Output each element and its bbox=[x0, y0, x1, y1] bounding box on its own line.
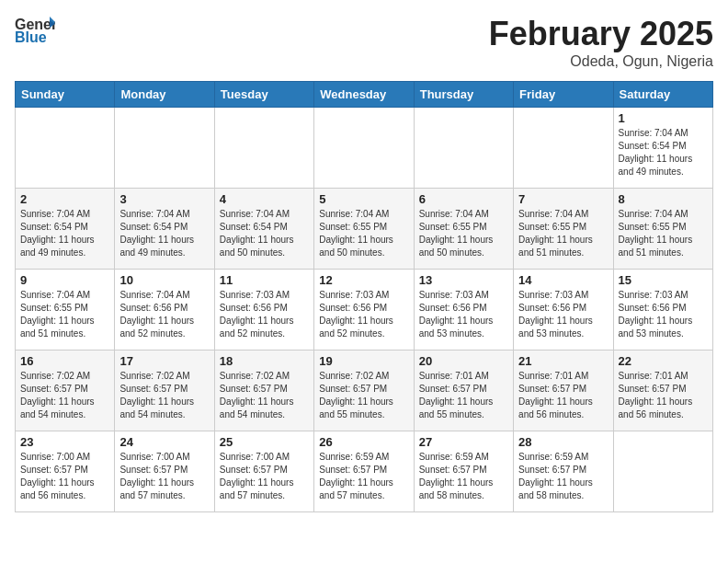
calendar-cell: 12Sunrise: 7:03 AM Sunset: 6:56 PM Dayli… bbox=[314, 270, 414, 350]
day-number: 17 bbox=[119, 354, 209, 368]
calendar-subtitle: Odeda, Ogun, Nigeria bbox=[489, 53, 713, 70]
day-number: 18 bbox=[220, 354, 309, 368]
day-header-saturday: Saturday bbox=[613, 82, 712, 108]
day-number: 23 bbox=[20, 435, 109, 449]
calendar-cell: 14Sunrise: 7:03 AM Sunset: 6:56 PM Dayli… bbox=[514, 270, 613, 350]
day-number: 6 bbox=[419, 192, 508, 206]
title-block: February 2025 Odeda, Ogun, Nigeria bbox=[489, 15, 713, 70]
calendar-cell: 5Sunrise: 7:04 AM Sunset: 6:55 PM Daylig… bbox=[314, 189, 414, 270]
day-number: 8 bbox=[619, 192, 708, 206]
calendar-cell: 21Sunrise: 7:01 AM Sunset: 6:57 PM Dayli… bbox=[514, 350, 613, 431]
calendar-cell: 7Sunrise: 7:04 AM Sunset: 6:55 PM Daylig… bbox=[514, 189, 613, 270]
day-info: Sunrise: 7:04 AM Sunset: 6:55 PM Dayligh… bbox=[619, 208, 708, 259]
day-number: 16 bbox=[20, 354, 109, 368]
day-number: 25 bbox=[220, 435, 309, 449]
calendar-cell: 16Sunrise: 7:02 AM Sunset: 6:57 PM Dayli… bbox=[16, 350, 115, 431]
day-number: 21 bbox=[518, 354, 608, 368]
calendar-cell: 3Sunrise: 7:04 AM Sunset: 6:54 PM Daylig… bbox=[115, 189, 214, 270]
calendar-cell bbox=[16, 108, 115, 189]
day-info: Sunrise: 7:01 AM Sunset: 6:57 PM Dayligh… bbox=[419, 370, 508, 421]
calendar-cell: 23Sunrise: 7:00 AM Sunset: 6:57 PM Dayli… bbox=[16, 431, 115, 512]
day-number: 19 bbox=[319, 354, 408, 368]
calendar-cell: 9Sunrise: 7:04 AM Sunset: 6:55 PM Daylig… bbox=[16, 270, 115, 350]
logo: General Blue bbox=[15, 15, 55, 46]
calendar-cell: 15Sunrise: 7:03 AM Sunset: 6:56 PM Dayli… bbox=[613, 270, 712, 350]
calendar-week-row: 23Sunrise: 7:00 AM Sunset: 6:57 PM Dayli… bbox=[16, 431, 713, 512]
day-info: Sunrise: 7:00 AM Sunset: 6:57 PM Dayligh… bbox=[220, 451, 309, 502]
day-info: Sunrise: 7:04 AM Sunset: 6:56 PM Dayligh… bbox=[119, 289, 209, 340]
day-info: Sunrise: 7:02 AM Sunset: 6:57 PM Dayligh… bbox=[119, 370, 209, 421]
day-number: 5 bbox=[319, 192, 408, 206]
day-info: Sunrise: 7:04 AM Sunset: 6:55 PM Dayligh… bbox=[20, 289, 109, 340]
calendar-cell: 24Sunrise: 7:00 AM Sunset: 6:57 PM Dayli… bbox=[115, 431, 214, 512]
calendar-cell: 20Sunrise: 7:01 AM Sunset: 6:57 PM Dayli… bbox=[414, 350, 513, 431]
day-header-friday: Friday bbox=[514, 82, 613, 108]
day-info: Sunrise: 7:02 AM Sunset: 6:57 PM Dayligh… bbox=[319, 370, 408, 421]
day-info: Sunrise: 7:04 AM Sunset: 6:54 PM Dayligh… bbox=[20, 208, 109, 259]
day-header-wednesday: Wednesday bbox=[314, 82, 414, 108]
day-header-tuesday: Tuesday bbox=[214, 82, 313, 108]
day-info: Sunrise: 6:59 AM Sunset: 6:57 PM Dayligh… bbox=[419, 451, 508, 502]
calendar-cell: 17Sunrise: 7:02 AM Sunset: 6:57 PM Dayli… bbox=[115, 350, 214, 431]
day-number: 10 bbox=[119, 273, 209, 287]
day-number: 22 bbox=[619, 354, 708, 368]
calendar-cell bbox=[514, 108, 613, 189]
calendar-week-row: 1Sunrise: 7:04 AM Sunset: 6:54 PM Daylig… bbox=[16, 108, 713, 189]
calendar-cell: 26Sunrise: 6:59 AM Sunset: 6:57 PM Dayli… bbox=[314, 431, 414, 512]
day-info: Sunrise: 7:04 AM Sunset: 6:55 PM Dayligh… bbox=[518, 208, 608, 259]
day-header-thursday: Thursday bbox=[414, 82, 513, 108]
calendar-cell: 4Sunrise: 7:04 AM Sunset: 6:54 PM Daylig… bbox=[214, 189, 313, 270]
calendar-cell: 10Sunrise: 7:04 AM Sunset: 6:56 PM Dayli… bbox=[115, 270, 214, 350]
day-info: Sunrise: 7:04 AM Sunset: 6:54 PM Dayligh… bbox=[619, 127, 708, 178]
calendar-cell: 27Sunrise: 6:59 AM Sunset: 6:57 PM Dayli… bbox=[414, 431, 513, 512]
calendar-cell bbox=[314, 108, 414, 189]
day-number: 20 bbox=[419, 354, 508, 368]
calendar-cell: 2Sunrise: 7:04 AM Sunset: 6:54 PM Daylig… bbox=[16, 189, 115, 270]
calendar-table: SundayMondayTuesdayWednesdayThursdayFrid… bbox=[15, 81, 713, 512]
day-number: 28 bbox=[518, 435, 608, 449]
svg-text:Blue: Blue bbox=[15, 29, 47, 45]
day-info: Sunrise: 7:01 AM Sunset: 6:57 PM Dayligh… bbox=[518, 370, 608, 421]
day-number: 7 bbox=[518, 192, 608, 206]
day-info: Sunrise: 7:03 AM Sunset: 6:56 PM Dayligh… bbox=[419, 289, 508, 340]
calendar-cell: 25Sunrise: 7:00 AM Sunset: 6:57 PM Dayli… bbox=[214, 431, 313, 512]
calendar-cell: 19Sunrise: 7:02 AM Sunset: 6:57 PM Dayli… bbox=[314, 350, 414, 431]
calendar-cell bbox=[214, 108, 313, 189]
day-info: Sunrise: 7:01 AM Sunset: 6:57 PM Dayligh… bbox=[619, 370, 708, 421]
day-header-monday: Monday bbox=[115, 82, 214, 108]
day-info: Sunrise: 7:04 AM Sunset: 6:55 PM Dayligh… bbox=[319, 208, 408, 259]
calendar-cell: 18Sunrise: 7:02 AM Sunset: 6:57 PM Dayli… bbox=[214, 350, 313, 431]
day-number: 13 bbox=[419, 273, 508, 287]
page-header: General Blue February 2025 Odeda, Ogun, … bbox=[15, 15, 713, 70]
day-number: 4 bbox=[220, 192, 309, 206]
calendar-week-row: 9Sunrise: 7:04 AM Sunset: 6:55 PM Daylig… bbox=[16, 270, 713, 350]
calendar-cell: 11Sunrise: 7:03 AM Sunset: 6:56 PM Dayli… bbox=[214, 270, 313, 350]
day-number: 2 bbox=[20, 192, 109, 206]
day-number: 14 bbox=[518, 273, 608, 287]
day-info: Sunrise: 7:03 AM Sunset: 6:56 PM Dayligh… bbox=[220, 289, 309, 340]
day-info: Sunrise: 7:00 AM Sunset: 6:57 PM Dayligh… bbox=[119, 451, 209, 502]
calendar-cell: 6Sunrise: 7:04 AM Sunset: 6:55 PM Daylig… bbox=[414, 189, 513, 270]
calendar-cell: 28Sunrise: 6:59 AM Sunset: 6:57 PM Dayli… bbox=[514, 431, 613, 512]
day-number: 9 bbox=[20, 273, 109, 287]
day-info: Sunrise: 7:04 AM Sunset: 6:55 PM Dayligh… bbox=[419, 208, 508, 259]
day-info: Sunrise: 7:03 AM Sunset: 6:56 PM Dayligh… bbox=[518, 289, 608, 340]
calendar-cell: 1Sunrise: 7:04 AM Sunset: 6:54 PM Daylig… bbox=[613, 108, 712, 189]
calendar-cell: 13Sunrise: 7:03 AM Sunset: 6:56 PM Dayli… bbox=[414, 270, 513, 350]
day-info: Sunrise: 7:04 AM Sunset: 6:54 PM Dayligh… bbox=[220, 208, 309, 259]
day-info: Sunrise: 7:02 AM Sunset: 6:57 PM Dayligh… bbox=[220, 370, 309, 421]
day-number: 11 bbox=[220, 273, 309, 287]
logo-icon: General Blue bbox=[15, 15, 55, 46]
calendar-cell bbox=[115, 108, 214, 189]
calendar-title: February 2025 bbox=[489, 15, 713, 53]
day-info: Sunrise: 7:00 AM Sunset: 6:57 PM Dayligh… bbox=[20, 451, 109, 502]
day-number: 1 bbox=[619, 111, 708, 125]
day-info: Sunrise: 7:03 AM Sunset: 6:56 PM Dayligh… bbox=[619, 289, 708, 340]
day-number: 15 bbox=[619, 273, 708, 287]
calendar-cell bbox=[613, 431, 712, 512]
calendar-cell: 22Sunrise: 7:01 AM Sunset: 6:57 PM Dayli… bbox=[613, 350, 712, 431]
day-info: Sunrise: 7:03 AM Sunset: 6:56 PM Dayligh… bbox=[319, 289, 408, 340]
calendar-week-row: 2Sunrise: 7:04 AM Sunset: 6:54 PM Daylig… bbox=[16, 189, 713, 270]
day-header-sunday: Sunday bbox=[16, 82, 115, 108]
day-info: Sunrise: 7:02 AM Sunset: 6:57 PM Dayligh… bbox=[20, 370, 109, 421]
